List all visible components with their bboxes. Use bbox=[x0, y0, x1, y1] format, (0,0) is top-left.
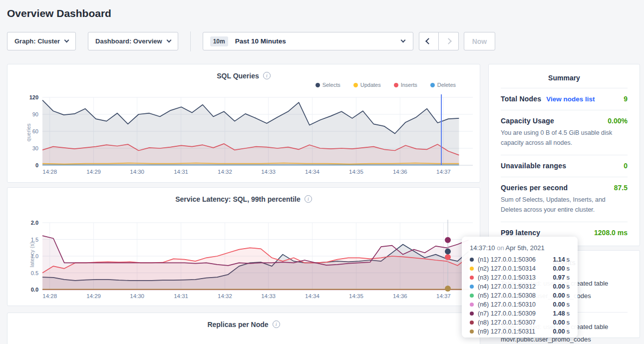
replicas-per-node-panel: Replicas per Node i bbox=[7, 313, 480, 344]
svg-text:14:29: 14:29 bbox=[86, 293, 101, 299]
node-color-dot bbox=[470, 258, 474, 262]
time-range-label: Past 10 Minutes bbox=[235, 37, 286, 45]
sql-queries-chart[interactable]: 14:2814:2914:3014:3114:3214:3314:3414:35… bbox=[10, 89, 477, 178]
toolbar: Graph: Cluster Dashboard: Overview 10m P… bbox=[7, 32, 637, 50]
total-nodes-value: 9 bbox=[624, 95, 628, 103]
legend-dot bbox=[430, 83, 435, 87]
toolbar-divider bbox=[190, 31, 191, 51]
legend-item-selects: Selects bbox=[316, 82, 340, 88]
summary-row-total-nodes: Total Nodes View nodes list 9 bbox=[501, 88, 628, 110]
svg-text:14:28: 14:28 bbox=[42, 293, 57, 299]
legend-item-inserts: Inserts bbox=[394, 82, 417, 88]
svg-text:14:30: 14:30 bbox=[130, 169, 144, 175]
p99-latency-value: 1208.0 ms bbox=[594, 229, 628, 237]
svg-text:14:32: 14:32 bbox=[218, 169, 232, 175]
time-range-selector[interactable]: 10m Past 10 Minutes bbox=[203, 32, 413, 50]
svg-text:14:33: 14:33 bbox=[261, 169, 276, 175]
legend-item-updates: Updates bbox=[353, 82, 381, 88]
charts-column: SQL Queries i Selects Updates Inserts De… bbox=[7, 64, 480, 344]
tooltip-row-n6: (n6) 127.0.0.1:503100.00s bbox=[470, 300, 570, 309]
svg-text:0: 0 bbox=[35, 162, 38, 168]
service-latency-chart[interactable]: 14:2814:2914:3014:3114:3214:3314:3414:35… bbox=[10, 213, 477, 304]
tooltip-row-n9: (n9) 127.0.0.1:503110.00s bbox=[470, 327, 570, 336]
graph-dropdown[interactable]: Graph: Cluster bbox=[7, 32, 76, 50]
node-color-dot bbox=[470, 303, 474, 307]
svg-text:90: 90 bbox=[32, 111, 38, 117]
node-color-dot bbox=[470, 267, 474, 271]
dashboard-dropdown[interactable]: Dashboard: Overview bbox=[88, 32, 178, 50]
chart-hover-tooltip: 14:37:10 on Apr 5th, 2021 (n1) 127.0.0.1… bbox=[462, 237, 578, 338]
svg-text:14:29: 14:29 bbox=[86, 169, 101, 175]
node-color-dot bbox=[470, 276, 474, 280]
tooltip-row-n7: (n7) 127.0.0.1:503091.48s bbox=[470, 309, 570, 318]
svg-text:14:35: 14:35 bbox=[349, 293, 363, 299]
sql-queries-panel: SQL Queries i Selects Updates Inserts De… bbox=[7, 64, 480, 183]
view-nodes-list-link[interactable]: View nodes list bbox=[546, 95, 595, 103]
chevron-down-icon bbox=[400, 38, 405, 43]
svg-text:14:34: 14:34 bbox=[305, 293, 320, 299]
svg-text:14:32: 14:32 bbox=[218, 293, 232, 299]
svg-text:60: 60 bbox=[32, 128, 38, 134]
legend-item-deletes: Deletes bbox=[430, 82, 456, 88]
svg-text:14:31: 14:31 bbox=[174, 293, 188, 299]
svg-text:14:31: 14:31 bbox=[174, 169, 188, 175]
y-axis-label: queries bbox=[25, 123, 31, 141]
service-latency-panel: Service Latency: SQL, 99th percentile i … bbox=[7, 187, 480, 306]
info-icon[interactable]: i bbox=[273, 321, 280, 328]
svg-text:2.0: 2.0 bbox=[31, 220, 38, 226]
tooltip-timestamp: 14:37:10 on Apr 5th, 2021 bbox=[470, 244, 570, 252]
summary-row-queries-per-second: Queries per second 87.5 Sum of Selects, … bbox=[501, 177, 628, 222]
time-range-badge: 10m bbox=[210, 36, 228, 46]
node-color-dot bbox=[470, 321, 474, 325]
summary-panel: Summary Total Nodes View nodes list 9 Ca… bbox=[488, 64, 640, 246]
chart-legend: Selects Updates Inserts Deletes bbox=[7, 80, 480, 89]
summary-row-capacity-usage: Capacity Usage 0.00% You are using 0 B o… bbox=[501, 110, 628, 155]
node-color-dot bbox=[470, 285, 474, 289]
chevron-left-icon bbox=[425, 38, 432, 44]
svg-text:14:36: 14:36 bbox=[393, 169, 407, 175]
svg-text:14:33: 14:33 bbox=[261, 293, 276, 299]
legend-dot bbox=[316, 83, 320, 87]
legend-dot bbox=[353, 83, 358, 87]
chevron-down-icon bbox=[166, 38, 171, 43]
info-icon[interactable]: i bbox=[263, 72, 271, 79]
tooltip-row-n4: (n4) 127.0.0.1:503120.00s bbox=[470, 282, 570, 291]
tooltip-row-n1: (n1) 127.0.0.1:503061.14s bbox=[470, 255, 570, 264]
summary-title: Summary bbox=[501, 74, 628, 82]
tooltip-row-n3: (n3) 127.0.0.1:503130.97s bbox=[470, 273, 570, 282]
svg-text:14:37: 14:37 bbox=[436, 293, 451, 299]
svg-text:0.5: 0.5 bbox=[31, 270, 38, 276]
chevron-down-icon bbox=[64, 38, 69, 43]
svg-text:14:28: 14:28 bbox=[42, 169, 57, 175]
time-step-buttons bbox=[419, 32, 459, 50]
svg-text:14:37: 14:37 bbox=[436, 169, 451, 175]
tooltip-row-n5: (n5) 127.0.0.1:503080.00s bbox=[470, 291, 570, 300]
chevron-right-icon bbox=[445, 38, 452, 44]
svg-text:14:34: 14:34 bbox=[305, 169, 320, 175]
queries-per-second-value: 87.5 bbox=[614, 184, 628, 192]
y-axis-label: latency (s) bbox=[29, 242, 35, 267]
svg-text:14:36: 14:36 bbox=[393, 293, 407, 299]
svg-text:0.0: 0.0 bbox=[31, 287, 38, 293]
unavailable-ranges-value: 0 bbox=[624, 162, 628, 170]
capacity-usage-value: 0.00% bbox=[608, 117, 628, 125]
info-icon[interactable]: i bbox=[305, 195, 312, 203]
time-back-button[interactable] bbox=[419, 32, 439, 50]
tooltip-row-n8: (n8) 127.0.0.1:503070.00s bbox=[470, 318, 570, 327]
time-forward-button[interactable] bbox=[439, 32, 459, 50]
summary-row-unavailable-ranges: Unavailable ranges 0 bbox=[501, 155, 628, 177]
svg-text:14:35: 14:35 bbox=[349, 169, 363, 175]
page-title: Overview Dashboard bbox=[7, 7, 644, 19]
chart-title: Service Latency: SQL, 99th percentile bbox=[175, 195, 301, 203]
now-button[interactable]: Now bbox=[464, 32, 496, 50]
node-color-dot bbox=[470, 294, 474, 298]
tooltip-row-n2: (n2) 127.0.0.1:503140.00s bbox=[470, 264, 570, 273]
node-color-dot bbox=[470, 330, 474, 334]
chart-title: SQL Queries bbox=[217, 72, 259, 80]
svg-text:120: 120 bbox=[29, 94, 38, 100]
svg-text:14:30: 14:30 bbox=[130, 293, 144, 299]
node-color-dot bbox=[470, 312, 474, 316]
graph-dropdown-label: Graph: Cluster bbox=[14, 37, 60, 45]
chart-title: Replicas per Node bbox=[207, 321, 268, 329]
dashboard-dropdown-label: Dashboard: Overview bbox=[95, 37, 162, 45]
